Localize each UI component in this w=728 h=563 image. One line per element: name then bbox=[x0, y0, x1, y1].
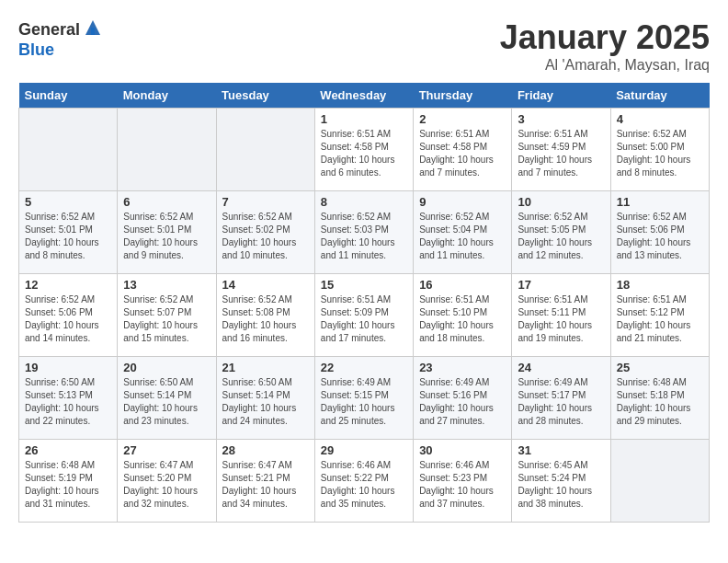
day-number: 15 bbox=[321, 278, 407, 292]
day-info: Sunrise: 6:52 AM Sunset: 5:05 PM Dayligh… bbox=[518, 211, 604, 262]
calendar-cell: 21Sunrise: 6:50 AM Sunset: 5:14 PM Dayli… bbox=[216, 357, 314, 440]
weekday-header-thursday: Thursday bbox=[414, 83, 512, 109]
day-number: 25 bbox=[617, 361, 703, 374]
day-number: 19 bbox=[25, 361, 111, 374]
day-info: Sunrise: 6:50 AM Sunset: 5:14 PM Dayligh… bbox=[222, 376, 309, 428]
day-info: Sunrise: 6:51 AM Sunset: 4:58 PM Dayligh… bbox=[419, 128, 506, 179]
calendar-cell: 11Sunrise: 6:52 AM Sunset: 5:06 PM Dayli… bbox=[610, 191, 709, 274]
day-number: 4 bbox=[617, 112, 703, 126]
day-number: 9 bbox=[419, 195, 506, 209]
calendar-cell: 14Sunrise: 6:52 AM Sunset: 5:08 PM Dayli… bbox=[216, 274, 314, 357]
day-number: 26 bbox=[25, 443, 111, 457]
calendar-cell: 25Sunrise: 6:48 AM Sunset: 5:18 PM Dayli… bbox=[610, 357, 709, 440]
weekday-header-sunday: Sunday bbox=[19, 83, 118, 109]
week-row-2: 5Sunrise: 6:52 AM Sunset: 5:01 PM Daylig… bbox=[19, 191, 710, 274]
weekday-header-row: SundayMondayTuesdayWednesdayThursdayFrid… bbox=[19, 83, 710, 109]
day-info: Sunrise: 6:52 AM Sunset: 5:03 PM Dayligh… bbox=[321, 211, 407, 262]
day-number: 2 bbox=[419, 112, 506, 126]
weekday-header-monday: Monday bbox=[118, 83, 216, 109]
calendar-cell bbox=[19, 109, 118, 191]
calendar-cell: 15Sunrise: 6:51 AM Sunset: 5:09 PM Dayli… bbox=[314, 274, 413, 357]
day-number: 1 bbox=[321, 112, 407, 126]
week-row-1: 1Sunrise: 6:51 AM Sunset: 4:58 PM Daylig… bbox=[19, 109, 710, 191]
logo-icon bbox=[82, 18, 104, 40]
weekday-header-saturday: Saturday bbox=[610, 83, 709, 109]
day-number: 22 bbox=[321, 361, 407, 374]
day-info: Sunrise: 6:52 AM Sunset: 5:04 PM Dayligh… bbox=[419, 211, 506, 262]
week-row-5: 26Sunrise: 6:48 AM Sunset: 5:19 PM Dayli… bbox=[19, 440, 710, 523]
calendar-cell: 4Sunrise: 6:52 AM Sunset: 5:00 PM Daylig… bbox=[610, 109, 709, 191]
day-info: Sunrise: 6:45 AM Sunset: 5:24 PM Dayligh… bbox=[518, 459, 604, 511]
day-number: 31 bbox=[518, 443, 604, 457]
day-number: 17 bbox=[518, 278, 604, 292]
day-info: Sunrise: 6:49 AM Sunset: 5:16 PM Dayligh… bbox=[419, 376, 506, 428]
logo-blue-text: Blue bbox=[18, 40, 54, 60]
calendar-cell: 6Sunrise: 6:52 AM Sunset: 5:01 PM Daylig… bbox=[118, 191, 216, 274]
day-info: Sunrise: 6:46 AM Sunset: 5:22 PM Dayligh… bbox=[321, 459, 407, 511]
day-number: 12 bbox=[25, 278, 111, 292]
day-info: Sunrise: 6:51 AM Sunset: 5:10 PM Dayligh… bbox=[419, 293, 506, 345]
day-number: 29 bbox=[321, 443, 407, 457]
calendar-cell: 28Sunrise: 6:47 AM Sunset: 5:21 PM Dayli… bbox=[216, 440, 314, 523]
calendar-cell: 13Sunrise: 6:52 AM Sunset: 5:07 PM Dayli… bbox=[118, 274, 216, 357]
day-number: 3 bbox=[518, 112, 604, 126]
calendar-cell: 16Sunrise: 6:51 AM Sunset: 5:10 PM Dayli… bbox=[414, 274, 512, 357]
day-number: 11 bbox=[617, 195, 703, 209]
day-info: Sunrise: 6:47 AM Sunset: 5:20 PM Dayligh… bbox=[123, 459, 210, 511]
calendar-cell bbox=[216, 109, 314, 191]
day-number: 6 bbox=[123, 195, 210, 209]
day-info: Sunrise: 6:52 AM Sunset: 5:07 PM Dayligh… bbox=[123, 293, 210, 345]
calendar-cell: 2Sunrise: 6:51 AM Sunset: 4:58 PM Daylig… bbox=[414, 109, 512, 191]
day-info: Sunrise: 6:48 AM Sunset: 5:18 PM Dayligh… bbox=[617, 376, 703, 428]
calendar-cell: 9Sunrise: 6:52 AM Sunset: 5:04 PM Daylig… bbox=[414, 191, 512, 274]
weekday-header-tuesday: Tuesday bbox=[216, 83, 314, 109]
day-number: 18 bbox=[617, 278, 703, 292]
logo: General Blue bbox=[18, 18, 104, 60]
day-number: 24 bbox=[518, 361, 604, 374]
day-info: Sunrise: 6:52 AM Sunset: 5:08 PM Dayligh… bbox=[222, 293, 309, 345]
day-info: Sunrise: 6:50 AM Sunset: 5:13 PM Dayligh… bbox=[25, 376, 111, 428]
day-number: 28 bbox=[222, 443, 309, 457]
calendar-cell bbox=[118, 109, 216, 191]
calendar-cell: 24Sunrise: 6:49 AM Sunset: 5:17 PM Dayli… bbox=[512, 357, 610, 440]
day-number: 23 bbox=[419, 361, 506, 374]
calendar-cell: 31Sunrise: 6:45 AM Sunset: 5:24 PM Dayli… bbox=[512, 440, 610, 523]
calendar-table: SundayMondayTuesdayWednesdayThursdayFrid… bbox=[18, 83, 710, 523]
calendar-cell bbox=[610, 440, 709, 523]
page-header: General Blue January 2025 Al 'Amarah, Ma… bbox=[18, 18, 710, 74]
calendar-cell: 17Sunrise: 6:51 AM Sunset: 5:11 PM Dayli… bbox=[512, 274, 610, 357]
calendar-cell: 30Sunrise: 6:46 AM Sunset: 5:23 PM Dayli… bbox=[414, 440, 512, 523]
location-text: Al 'Amarah, Maysan, Iraq bbox=[500, 57, 710, 74]
day-info: Sunrise: 6:46 AM Sunset: 5:23 PM Dayligh… bbox=[419, 459, 506, 511]
calendar-cell: 22Sunrise: 6:49 AM Sunset: 5:15 PM Dayli… bbox=[314, 357, 413, 440]
week-row-4: 19Sunrise: 6:50 AM Sunset: 5:13 PM Dayli… bbox=[19, 357, 710, 440]
calendar-cell: 1Sunrise: 6:51 AM Sunset: 4:58 PM Daylig… bbox=[314, 109, 413, 191]
calendar-cell: 3Sunrise: 6:51 AM Sunset: 4:59 PM Daylig… bbox=[512, 109, 610, 191]
calendar-cell: 29Sunrise: 6:46 AM Sunset: 5:22 PM Dayli… bbox=[314, 440, 413, 523]
day-info: Sunrise: 6:52 AM Sunset: 5:06 PM Dayligh… bbox=[617, 211, 703, 262]
calendar-cell: 19Sunrise: 6:50 AM Sunset: 5:13 PM Dayli… bbox=[19, 357, 118, 440]
day-info: Sunrise: 6:49 AM Sunset: 5:15 PM Dayligh… bbox=[321, 376, 407, 428]
day-info: Sunrise: 6:52 AM Sunset: 5:06 PM Dayligh… bbox=[25, 293, 111, 345]
day-info: Sunrise: 6:47 AM Sunset: 5:21 PM Dayligh… bbox=[222, 459, 309, 511]
title-area: January 2025 Al 'Amarah, Maysan, Iraq bbox=[500, 18, 710, 74]
day-info: Sunrise: 6:50 AM Sunset: 5:14 PM Dayligh… bbox=[123, 376, 210, 428]
calendar-cell: 27Sunrise: 6:47 AM Sunset: 5:20 PM Dayli… bbox=[118, 440, 216, 523]
day-info: Sunrise: 6:51 AM Sunset: 5:12 PM Dayligh… bbox=[617, 293, 703, 345]
month-title: January 2025 bbox=[500, 18, 710, 57]
day-number: 21 bbox=[222, 361, 309, 374]
calendar-cell: 26Sunrise: 6:48 AM Sunset: 5:19 PM Dayli… bbox=[19, 440, 118, 523]
weekday-header-wednesday: Wednesday bbox=[314, 83, 413, 109]
calendar-cell: 10Sunrise: 6:52 AM Sunset: 5:05 PM Dayli… bbox=[512, 191, 610, 274]
calendar-cell: 23Sunrise: 6:49 AM Sunset: 5:16 PM Dayli… bbox=[414, 357, 512, 440]
day-info: Sunrise: 6:48 AM Sunset: 5:19 PM Dayligh… bbox=[25, 459, 111, 511]
weekday-header-friday: Friday bbox=[512, 83, 610, 109]
calendar-cell: 8Sunrise: 6:52 AM Sunset: 5:03 PM Daylig… bbox=[314, 191, 413, 274]
day-info: Sunrise: 6:52 AM Sunset: 5:00 PM Dayligh… bbox=[617, 128, 703, 179]
day-number: 20 bbox=[123, 361, 210, 374]
day-number: 13 bbox=[123, 278, 210, 292]
day-number: 10 bbox=[518, 195, 604, 209]
day-number: 14 bbox=[222, 278, 309, 292]
day-number: 30 bbox=[419, 443, 506, 457]
day-info: Sunrise: 6:51 AM Sunset: 4:59 PM Dayligh… bbox=[518, 128, 604, 179]
